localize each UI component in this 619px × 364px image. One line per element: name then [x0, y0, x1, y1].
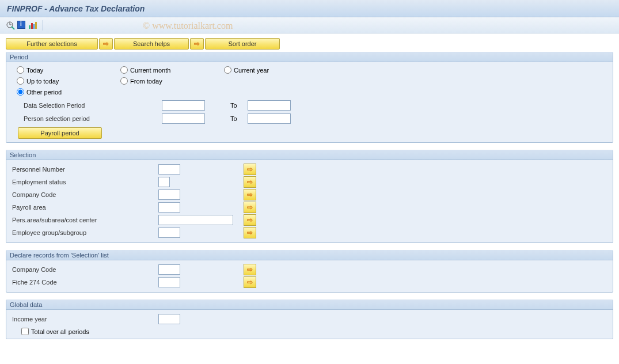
radio-from-today-label: From today — [130, 78, 162, 85]
company-code-input[interactable] — [158, 189, 180, 200]
radio-other-period-label: Other period — [26, 89, 62, 96]
app-header: FINPROF - Advance Tax Declaration — [0, 0, 619, 17]
search-helps-button[interactable]: Search helps — [114, 38, 189, 50]
arrow-right-icon: ⇨ — [194, 40, 200, 48]
sort-order-button[interactable]: Sort order — [205, 38, 280, 50]
arrow-right-icon: ⇨ — [247, 191, 253, 199]
selection-group: Selection Personnel Number ⇨ Employment … — [6, 150, 613, 243]
radio-up-to-today-label: Up to today — [26, 78, 59, 85]
declare-company-code-input[interactable] — [158, 264, 180, 275]
employment-status-label: Employment status — [10, 179, 158, 185]
execute-icon[interactable] — [6, 21, 15, 30]
radio-other-period[interactable]: Other period — [17, 88, 120, 96]
declare-group-title: Declare records from 'Selection' list — [6, 250, 613, 260]
personnel-number-label: Personnel Number — [10, 166, 158, 173]
payroll-area-label: Payroll area — [10, 204, 158, 211]
period-group-title: Period — [6, 52, 613, 62]
radio-up-to-today[interactable]: Up to today — [17, 77, 120, 85]
selection-group-title: Selection — [6, 150, 613, 160]
declare-group: Declare records from 'Selection' list Co… — [6, 250, 613, 293]
radio-from-today[interactable]: From today — [120, 77, 224, 85]
radio-current-year-label: Current year — [234, 67, 269, 74]
arrow-right-icon: ⇨ — [247, 229, 253, 237]
radio-current-month-label: Current month — [130, 67, 170, 74]
total-over-all-periods-checkbox[interactable] — [21, 328, 29, 335]
payroll-period-button[interactable]: Payroll period — [18, 127, 102, 139]
employment-status-multi-button[interactable]: ⇨ — [244, 176, 256, 188]
toolbar-separator — [43, 20, 43, 31]
pers-area-multi-button[interactable]: ⇨ — [244, 214, 256, 226]
data-selection-from-input[interactable] — [162, 100, 205, 111]
global-group: Global data Income year Total over all p… — [6, 299, 613, 339]
radio-today-label: Today — [26, 67, 43, 74]
fiche-274-label: Fiche 274 Code — [10, 279, 158, 286]
total-over-all-periods-label: Total over all periods — [31, 328, 89, 335]
pers-area-input[interactable] — [158, 215, 233, 225]
arrow-right-icon: ⇨ — [247, 278, 253, 286]
info-icon[interactable] — [17, 21, 26, 30]
person-selection-from-input[interactable] — [162, 113, 205, 124]
arrow-right-icon: ⇨ — [247, 203, 253, 211]
arrow-right-icon: ⇨ — [247, 216, 253, 224]
employee-group-input[interactable] — [158, 227, 180, 238]
income-year-input[interactable] — [158, 314, 180, 324]
fiche-274-multi-button[interactable]: ⇨ — [244, 276, 256, 288]
action-button-row: Further selections ⇨ Search helps ⇨ Sort… — [0, 33, 619, 54]
radio-current-month[interactable]: Current month — [120, 66, 224, 74]
fiche-274-input[interactable] — [158, 277, 180, 287]
person-selection-to-input[interactable] — [248, 113, 291, 124]
employment-status-input[interactable] — [158, 177, 170, 187]
to-label: To — [230, 102, 248, 109]
page-title: FINPROF - Advance Tax Declaration — [7, 4, 145, 13]
company-code-label: Company Code — [10, 191, 158, 198]
declare-company-code-multi-button[interactable]: ⇨ — [244, 264, 256, 275]
further-selections-button[interactable]: Further selections — [6, 38, 98, 50]
app-toolbar — [0, 17, 619, 33]
variant-icon[interactable] — [29, 21, 38, 30]
arrow-right-icon: ⇨ — [103, 40, 109, 48]
period-group: Period Today Current month Current year … — [6, 52, 613, 143]
company-code-multi-button[interactable]: ⇨ — [244, 189, 256, 200]
radio-today[interactable]: Today — [17, 66, 120, 74]
global-group-title: Global data — [6, 299, 613, 310]
employee-group-label: Employee group/subgroup — [10, 229, 158, 236]
payroll-area-multi-button[interactable]: ⇨ — [244, 202, 256, 213]
arrow-right-icon: ⇨ — [247, 178, 253, 186]
declare-company-code-label: Company Code — [10, 266, 158, 273]
arrow-right-icon: ⇨ — [247, 165, 253, 173]
arrow-right-icon: ⇨ — [247, 266, 253, 274]
pers-area-label: Pers.area/subarea/cost center — [10, 217, 158, 223]
payroll-area-input[interactable] — [158, 202, 180, 213]
data-selection-to-input[interactable] — [248, 100, 291, 111]
personnel-number-multi-button[interactable]: ⇨ — [244, 164, 256, 175]
to-label: To — [230, 115, 248, 122]
search-helps-arrow[interactable]: ⇨ — [99, 38, 113, 50]
sort-order-arrow[interactable]: ⇨ — [190, 38, 204, 50]
employee-group-multi-button[interactable]: ⇨ — [244, 227, 256, 238]
income-year-label: Income year — [10, 316, 158, 323]
person-selection-period-label: Person selection period — [24, 115, 162, 122]
data-selection-period-label: Data Selection Period — [24, 102, 162, 109]
radio-current-year[interactable]: Current year — [224, 66, 328, 74]
personnel-number-input[interactable] — [158, 164, 180, 175]
